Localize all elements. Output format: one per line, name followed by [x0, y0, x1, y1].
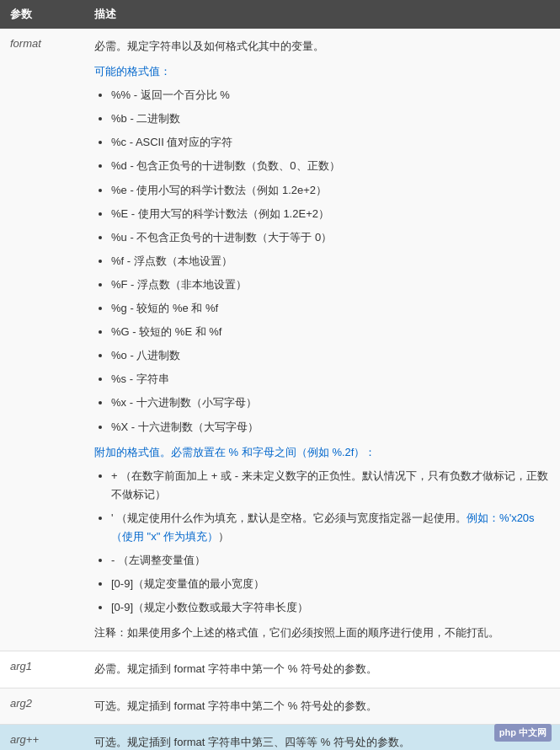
list-item: %f - 浮点数（本地设置）: [111, 252, 550, 271]
list-item: %x - 十六进制数（小写字母）: [111, 394, 550, 412]
param-format: format: [0, 29, 84, 651]
desc-arg1: 必需。规定插到 format 字符串中第一个 % 符号处的参数。: [84, 651, 560, 688]
list-item: + （在数字前面加上 + 或 - 来未定义数字的正负性。默认情况下，只有负数才做…: [111, 467, 550, 504]
param-arg2: arg2: [0, 688, 84, 724]
table-row-argpp: arg++ 可选。规定插到 format 字符串中第三、四等等 % 符号处的参数…: [0, 724, 560, 750]
desc-argpp: 可选。规定插到 format 字符串中第三、四等等 % 符号处的参数。: [84, 724, 560, 750]
param-arg1: arg1: [0, 651, 84, 688]
list-item: [0-9]（规定变量值的最小宽度）: [111, 575, 550, 593]
list-item: %% - 返回一个百分比 %: [111, 86, 550, 104]
col-header-param: 参数: [0, 0, 84, 29]
list-item: %d - 包含正负号的十进制数（负数、0、正数）: [111, 157, 550, 175]
php-label: php: [499, 727, 516, 737]
list-item: [0-9]（规定小数位数或最大字符串长度）: [111, 598, 550, 617]
list-item: %F - 浮点数（非本地设置）: [111, 276, 550, 294]
table-row-arg1: arg1 必需。规定插到 format 字符串中第一个 % 符号处的参数。: [0, 651, 560, 688]
php-badge: php 中文网: [494, 724, 552, 742]
list-item: %o - 八进制数: [111, 346, 550, 365]
desc-format-intro: 必需。规定字符串以及如何格式化其中的变量。: [94, 37, 550, 56]
list-item: %c - ASCII 值对应的字符: [111, 133, 550, 152]
list-item: %e - 使用小写的科学计数法（例如 1.2e+2）: [111, 181, 550, 200]
table-row-format: format 必需。规定字符串以及如何格式化其中的变量。 可能的格式值： %% …: [0, 29, 560, 651]
additional-label: 附加的格式值。必需放置在 % 和字母之间（例如 %.2f）：: [94, 443, 550, 462]
list-item: %u - 不包含正负号的十进制数（大于等于 0）: [111, 228, 550, 247]
php-site: 中文网: [519, 727, 547, 737]
list-item: %E - 使用大写的科学计数法（例如 1.2E+2）: [111, 205, 550, 223]
list-item: ' （规定使用什么作为填充，默认是空格。它必须与宽度指定器一起使用。例如：%'x…: [111, 509, 550, 546]
format-note: 注释：如果使用多个上述的格式值，它们必须按照上面的顺序进行使用，不能打乱。: [94, 624, 550, 642]
col-header-desc: 描述: [84, 0, 560, 29]
desc-format: 必需。规定字符串以及如何格式化其中的变量。 可能的格式值： %% - 返回一个百…: [84, 29, 560, 651]
param-argpp: arg++: [0, 724, 84, 750]
possible-values-label: 可能的格式值：: [94, 62, 550, 81]
desc-arg2: 可选。规定插到 format 字符串中第二个 % 符号处的参数。: [84, 688, 560, 724]
table-row-arg2: arg2 可选。规定插到 format 字符串中第二个 % 符号处的参数。: [0, 688, 560, 724]
additional-values-list: + （在数字前面加上 + 或 - 来未定义数字的正负性。默认情况下，只有负数才做…: [111, 467, 550, 618]
list-item: %g - 较短的 %e 和 %f: [111, 299, 550, 318]
list-item: %b - 二进制数: [111, 110, 550, 128]
list-item: %G - 较短的 %E 和 %f: [111, 323, 550, 341]
format-values-list: %% - 返回一个百分比 % %b - 二进制数 %c - ASCII 值对应的…: [111, 86, 550, 436]
list-item: - （左调整变量值）: [111, 551, 550, 570]
list-item: %s - 字符串: [111, 370, 550, 388]
list-item: %X - 十六进制数（大写字母）: [111, 418, 550, 437]
